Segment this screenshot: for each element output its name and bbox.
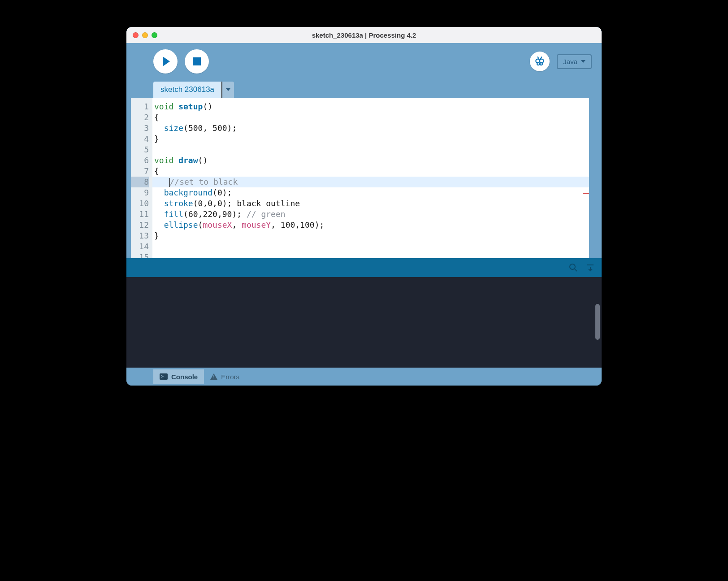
svg-line-5 [575,269,577,271]
console-tab[interactable]: Console [153,369,204,384]
line-number: 2 [131,112,149,123]
toolbar: Java [126,43,602,80]
errors-tab[interactable]: Errors [204,369,246,384]
tab-menu-button[interactable] [222,82,234,98]
console-tab-label: Console [171,373,198,381]
line-number: 5 [131,144,149,155]
collapse-console-button[interactable] [585,263,595,273]
search-icon [569,263,578,272]
chevron-down-icon [581,60,585,63]
chevron-down-icon [226,88,230,91]
code-line[interactable] [154,144,589,155]
tab-bar: sketch 230613a [126,80,602,98]
code-line[interactable] [154,241,589,252]
scrollbar-thumb[interactable] [595,304,600,340]
code-line[interactable]: background(0); [154,187,589,198]
mode-label: Java [563,58,577,65]
mode-selector[interactable]: Java [557,54,592,69]
warning-icon [210,373,217,380]
stop-icon [193,57,201,65]
svg-point-2 [537,63,539,65]
code-area[interactable]: void setup(){ size(500, 500);}void draw(… [152,98,589,258]
line-number: 14 [131,241,149,252]
code-line[interactable]: void draw() [154,155,589,166]
console-output[interactable] [126,277,602,368]
line-number: 12 [131,220,149,230]
line-number: 6 [131,155,149,166]
run-button[interactable] [153,49,178,74]
svg-point-4 [570,264,575,269]
line-number: 15 [131,252,149,258]
console-icon [160,373,168,380]
butterfly-icon [534,56,546,67]
code-line[interactable]: void setup() [154,101,589,112]
line-number: 7 [131,166,149,177]
sketch-tab-label: sketch 230613a [160,85,214,94]
line-number: 13 [131,230,149,241]
code-line[interactable]: fill(60,220,90); // green [154,209,589,220]
code-line[interactable]: } [154,134,589,144]
code-line[interactable]: { [154,166,589,177]
search-button[interactable] [568,263,578,273]
console-toolbar [126,258,602,277]
line-number: 4 [131,134,149,144]
line-number: 1 [131,101,149,112]
debug-button[interactable] [530,52,550,71]
line-number: 10 [131,198,149,209]
line-number: 11 [131,209,149,220]
line-number: 3 [131,123,149,134]
errors-tab-label: Errors [221,373,239,381]
stop-button[interactable] [185,49,209,74]
code-line[interactable]: } [154,230,589,241]
line-number: 9 [131,187,149,198]
line-gutter: 123456789101112131415 [131,98,152,258]
window-title: sketch_230613a | Processing 4.2 [126,31,602,39]
code-line[interactable] [154,252,589,258]
code-line[interactable]: stroke(0,0,0); black outline [154,198,589,209]
code-line[interactable]: ellipse(mouseX, mouseY, 100,100); [154,220,589,230]
code-editor[interactable]: 123456789101112131415 void setup(){ size… [126,98,602,258]
line-number: 8 [131,177,149,187]
code-line[interactable]: size(500, 500); [154,123,589,134]
collapse-icon [586,263,595,272]
code-line[interactable]: //set to black [154,177,589,187]
bottom-tab-bar: Console Errors [126,368,602,386]
svg-point-3 [540,63,542,65]
code-line[interactable]: { [154,112,589,123]
app-window: sketch_230613a | Processing 4.2 Java [126,27,602,386]
sketch-tab[interactable]: sketch 230613a [153,82,222,98]
titlebar: sketch_230613a | Processing 4.2 [126,27,602,43]
play-icon [163,56,170,66]
